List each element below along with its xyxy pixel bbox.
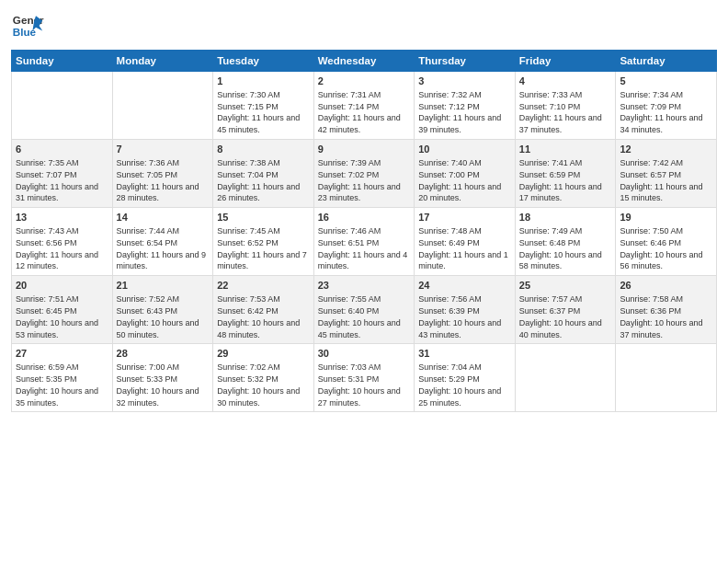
sunset-text: Sunset: 6:49 PM	[418, 238, 480, 247]
calendar-table: SundayMondayTuesdayWednesdayThursdayFrid…	[11, 50, 717, 412]
sunset-text: Sunset: 7:09 PM	[620, 102, 681, 111]
daylight-text: Daylight: 11 hours and 12 minutes.	[16, 250, 98, 271]
sunrise-text: Sunrise: 7:34 AM	[620, 90, 683, 99]
sunset-text: Sunset: 6:45 PM	[16, 306, 77, 316]
daylight-text: Daylight: 10 hours and 45 minutes.	[318, 318, 401, 339]
calendar-cell	[515, 344, 616, 412]
sunrise-text: Sunrise: 6:59 AM	[16, 362, 79, 372]
calendar-cell: 25Sunrise: 7:57 AMSunset: 6:37 PMDayligh…	[515, 276, 616, 344]
sunrise-text: Sunrise: 7:50 AM	[620, 226, 683, 236]
header-tuesday: Tuesday	[213, 51, 314, 72]
svg-text:Blue: Blue	[13, 26, 37, 38]
calendar-cell: 30Sunrise: 7:03 AMSunset: 5:31 PMDayligh…	[313, 344, 415, 412]
sunrise-text: Sunrise: 7:42 AM	[620, 158, 683, 167]
header-sunday: Sunday	[12, 51, 113, 72]
calendar-cell: 15Sunrise: 7:45 AMSunset: 6:52 PMDayligh…	[213, 208, 314, 276]
sunrise-text: Sunrise: 7:51 AM	[16, 294, 79, 304]
day-number: 25	[519, 279, 612, 293]
day-number: 17	[418, 211, 511, 224]
calendar-header-row: SundayMondayTuesdayWednesdayThursdayFrid…	[12, 51, 717, 72]
sunrise-text: Sunrise: 7:33 AM	[519, 90, 583, 99]
calendar-cell	[112, 72, 213, 140]
calendar-cell: 20Sunrise: 7:51 AMSunset: 6:45 PMDayligh…	[12, 276, 113, 344]
sunrise-text: Sunrise: 7:56 AM	[418, 294, 482, 304]
sunset-text: Sunset: 7:10 PM	[519, 102, 581, 111]
day-number: 23	[318, 279, 411, 293]
sunrise-text: Sunrise: 7:03 AM	[318, 362, 381, 372]
daylight-text: Daylight: 10 hours and 30 minutes.	[217, 386, 300, 408]
daylight-text: Daylight: 11 hours and 15 minutes.	[620, 182, 702, 203]
sunset-text: Sunset: 6:40 PM	[318, 306, 380, 316]
calendar-cell: 17Sunrise: 7:48 AMSunset: 6:49 PMDayligh…	[415, 208, 516, 276]
sunrise-text: Sunrise: 7:46 AM	[318, 226, 381, 236]
day-number: 27	[16, 347, 108, 361]
calendar-cell: 12Sunrise: 7:42 AMSunset: 6:57 PMDayligh…	[616, 140, 717, 208]
calendar-cell: 31Sunrise: 7:04 AMSunset: 5:29 PMDayligh…	[415, 344, 516, 412]
sunrise-text: Sunrise: 7:43 AM	[16, 226, 79, 236]
sunset-text: Sunset: 6:56 PM	[16, 238, 77, 247]
daylight-text: Daylight: 10 hours and 43 minutes.	[418, 318, 501, 339]
day-number: 29	[217, 347, 310, 361]
calendar-cell: 13Sunrise: 7:43 AMSunset: 6:56 PMDayligh…	[12, 208, 113, 276]
daylight-text: Daylight: 11 hours and 4 minutes.	[318, 250, 408, 271]
calendar-week-row: 27Sunrise: 6:59 AMSunset: 5:35 PMDayligh…	[12, 344, 717, 412]
sunrise-text: Sunrise: 7:35 AM	[16, 158, 79, 167]
calendar-cell: 4Sunrise: 7:33 AMSunset: 7:10 PMDaylight…	[515, 72, 616, 140]
sunset-text: Sunset: 6:59 PM	[519, 170, 581, 179]
sunset-text: Sunset: 6:37 PM	[519, 306, 581, 316]
calendar-cell: 18Sunrise: 7:49 AMSunset: 6:48 PMDayligh…	[515, 208, 616, 276]
daylight-text: Daylight: 11 hours and 45 minutes.	[217, 113, 300, 134]
sunset-text: Sunset: 6:43 PM	[117, 306, 178, 316]
sunset-text: Sunset: 6:42 PM	[217, 306, 279, 316]
calendar-week-row: 13Sunrise: 7:43 AMSunset: 6:56 PMDayligh…	[12, 208, 717, 276]
daylight-text: Daylight: 11 hours and 26 minutes.	[217, 182, 300, 203]
daylight-text: Daylight: 10 hours and 48 minutes.	[217, 318, 300, 339]
logo: General Blue	[11, 9, 44, 42]
day-number: 18	[519, 211, 612, 224]
calendar-cell: 6Sunrise: 7:35 AMSunset: 7:07 PMDaylight…	[12, 140, 113, 208]
sunset-text: Sunset: 6:36 PM	[620, 306, 681, 316]
day-number: 6	[16, 143, 108, 156]
sunset-text: Sunset: 6:52 PM	[217, 238, 279, 247]
page-header: General Blue	[11, 9, 717, 42]
sunset-text: Sunset: 5:29 PM	[418, 374, 480, 384]
daylight-text: Daylight: 11 hours and 37 minutes.	[519, 113, 602, 134]
daylight-text: Daylight: 11 hours and 23 minutes.	[318, 182, 401, 203]
daylight-text: Daylight: 10 hours and 40 minutes.	[519, 318, 602, 339]
sunrise-text: Sunrise: 7:48 AM	[418, 226, 482, 236]
sunset-text: Sunset: 5:33 PM	[117, 374, 178, 384]
calendar-week-row: 1Sunrise: 7:30 AMSunset: 7:15 PMDaylight…	[12, 72, 717, 140]
daylight-text: Daylight: 11 hours and 31 minutes.	[16, 182, 98, 203]
day-number: 5	[620, 75, 712, 88]
sunset-text: Sunset: 7:14 PM	[318, 102, 380, 111]
sunrise-text: Sunrise: 7:38 AM	[217, 158, 280, 167]
day-number: 22	[217, 279, 310, 293]
sunrise-text: Sunrise: 7:40 AM	[418, 158, 482, 167]
day-number: 31	[418, 347, 511, 361]
calendar-cell: 23Sunrise: 7:55 AMSunset: 6:40 PMDayligh…	[313, 276, 415, 344]
calendar-week-row: 6Sunrise: 7:35 AMSunset: 7:07 PMDaylight…	[12, 140, 717, 208]
day-number: 15	[217, 211, 310, 224]
day-number: 19	[620, 211, 712, 224]
daylight-text: Daylight: 11 hours and 1 minute.	[418, 250, 508, 271]
daylight-text: Daylight: 10 hours and 27 minutes.	[318, 386, 401, 408]
sunset-text: Sunset: 6:48 PM	[519, 238, 581, 247]
sunrise-text: Sunrise: 7:04 AM	[418, 362, 482, 372]
sunset-text: Sunset: 7:15 PM	[217, 102, 279, 111]
sunrise-text: Sunrise: 7:44 AM	[117, 226, 180, 236]
calendar-cell: 7Sunrise: 7:36 AMSunset: 7:05 PMDaylight…	[112, 140, 213, 208]
calendar-cell: 27Sunrise: 6:59 AMSunset: 5:35 PMDayligh…	[12, 344, 113, 412]
daylight-text: Daylight: 10 hours and 53 minutes.	[16, 318, 98, 339]
header-wednesday: Wednesday	[313, 51, 415, 72]
sunset-text: Sunset: 7:05 PM	[117, 170, 178, 179]
sunset-text: Sunset: 6:46 PM	[620, 238, 681, 247]
calendar-cell: 16Sunrise: 7:46 AMSunset: 6:51 PMDayligh…	[313, 208, 415, 276]
calendar-cell: 2Sunrise: 7:31 AMSunset: 7:14 PMDaylight…	[313, 72, 415, 140]
sunrise-text: Sunrise: 7:41 AM	[519, 158, 583, 167]
sunset-text: Sunset: 7:02 PM	[318, 170, 380, 179]
sunrise-text: Sunrise: 7:30 AM	[217, 90, 280, 99]
daylight-text: Daylight: 11 hours and 17 minutes.	[519, 182, 602, 203]
daylight-text: Daylight: 11 hours and 34 minutes.	[620, 113, 702, 134]
sunset-text: Sunset: 6:51 PM	[318, 238, 380, 247]
sunrise-text: Sunrise: 7:55 AM	[318, 294, 381, 304]
